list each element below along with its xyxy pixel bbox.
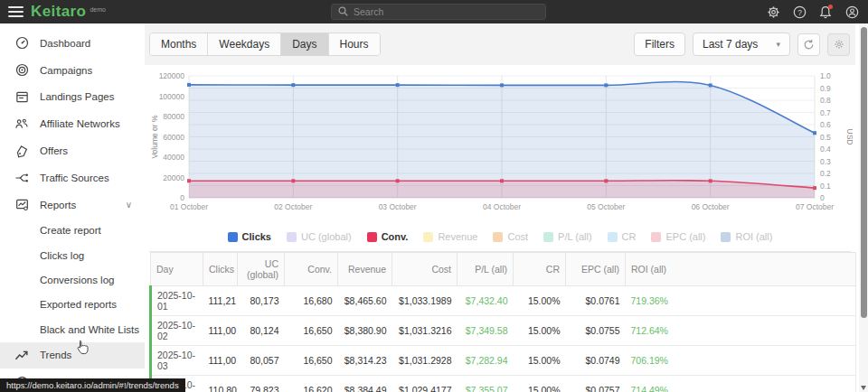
refresh-button[interactable] xyxy=(797,33,820,56)
sidebar-item-trends[interactable]: Trends xyxy=(0,342,145,369)
legend-item-conv-[interactable]: Conv. xyxy=(367,231,409,242)
table-header-row: DayClicksUC (global)Conv.RevenueCostP/L … xyxy=(151,253,856,286)
legend-item-roi-all-[interactable]: ROI (all) xyxy=(721,231,772,242)
legend-swatch xyxy=(493,232,503,242)
cell-conv-: 16,650 xyxy=(285,316,338,346)
sidebar-item-label: Campaigns xyxy=(40,65,92,76)
scrollbar-thumb[interactable] xyxy=(861,27,867,318)
sidebar-subitem-clicks-log[interactable]: Clicks log xyxy=(0,243,145,267)
search-box[interactable] xyxy=(331,4,546,20)
status-url: https://demo.keitaro.io/admin/#!/trends/… xyxy=(6,380,179,390)
sidebar-item-label: Trends xyxy=(40,350,71,360)
cell-p-l-all-: $7,282.94 xyxy=(458,346,514,376)
tab-hours[interactable]: Hours xyxy=(329,33,380,55)
trends-table: DayClicksUC (global)Conv.RevenueCostP/L … xyxy=(149,251,851,392)
cell-conv-: 16,650 xyxy=(285,346,338,376)
column-header-clicks[interactable]: Clicks xyxy=(203,253,238,286)
sidebar-subitem-exported-reports[interactable]: Exported reports xyxy=(0,293,145,317)
table-row[interactable]: 2025-10-04110,8079,82316,620$8,384.49$1,… xyxy=(151,376,856,392)
cell-cost: $1,031.3216 xyxy=(392,316,458,346)
cell-cost: $1,031.2928 xyxy=(392,346,458,376)
date-range-select[interactable]: Last 7 days ▾ xyxy=(693,33,790,56)
svg-text:80000: 80000 xyxy=(163,112,184,121)
legend-item-uc-global-[interactable]: UC (global) xyxy=(287,231,352,242)
sidebar-item-traffic-sources[interactable]: Traffic Sources xyxy=(0,164,145,191)
cell-clicks: 111,00 xyxy=(203,346,238,376)
svg-text:120000: 120000 xyxy=(159,71,185,80)
legend-item-clicks[interactable]: Clicks xyxy=(228,231,271,242)
svg-text:60000: 60000 xyxy=(163,133,184,142)
sidebar-subitem-black-and-white-lists[interactable]: Black and White Lists xyxy=(0,317,145,341)
cell-epc-all-: $0.0755 xyxy=(566,316,626,346)
cell-uc-global-: 80,173 xyxy=(238,286,285,316)
chart-legend: ClicksUC (global)Conv.RevenueCostP/L (al… xyxy=(145,226,855,249)
legend-item-cost[interactable]: Cost xyxy=(493,231,528,242)
reports-icon xyxy=(14,198,29,212)
affiliate-icon xyxy=(14,117,29,131)
sidebar: DashboardCampaignsLandings PagesAffiliat… xyxy=(0,23,145,392)
table-row[interactable]: 2025-10-01111,2180,17316,680$8,465.60$1,… xyxy=(151,286,856,316)
cell-clicks: 110,80 xyxy=(203,376,238,392)
topbar: Keitaro demo ? xyxy=(0,0,868,23)
legend-item-cr[interactable]: CR xyxy=(608,231,637,242)
table-row[interactable]: 2025-10-02111,0080,12416,650$8,380.90$1,… xyxy=(151,316,856,346)
help-icon[interactable]: ? xyxy=(792,5,807,19)
period-tabs: MonthsWeekdaysDaysHours xyxy=(149,33,381,56)
column-header-uc-global-[interactable]: UC (global) xyxy=(238,253,285,286)
settings-icon[interactable] xyxy=(766,5,780,19)
sidebar-item-dashboard[interactable]: Dashboard xyxy=(0,30,145,57)
filters-button[interactable]: Filters xyxy=(634,33,685,56)
sidebar-item-offers[interactable]: Offers xyxy=(0,137,145,164)
sidebar-item-affiliate-networks[interactable]: Affiliate Networks xyxy=(0,110,145,137)
tab-months[interactable]: Months xyxy=(150,33,208,55)
column-header-revenue[interactable]: Revenue xyxy=(338,253,392,286)
tab-weekdays[interactable]: Weekdays xyxy=(208,33,281,55)
sidebar-item-label: Dashboard xyxy=(40,38,90,49)
column-header-cost[interactable]: Cost xyxy=(392,253,458,286)
sidebar-item-campaigns[interactable]: Campaigns xyxy=(0,57,145,84)
legend-swatch xyxy=(608,232,618,242)
scrollbar-down-arrow[interactable] xyxy=(861,386,866,390)
cell-uc-global-: 80,124 xyxy=(238,316,285,346)
column-header-epc-all-[interactable]: EPC (all) xyxy=(566,253,626,286)
svg-text:0.5: 0.5 xyxy=(820,133,831,142)
svg-text:0.1: 0.1 xyxy=(820,182,831,191)
cell-p-l-all-: $7,355.07 xyxy=(458,376,514,392)
menu-icon[interactable] xyxy=(0,0,27,23)
legend-item-epc-all-[interactable]: EPC (all) xyxy=(651,231,705,242)
svg-text:?: ? xyxy=(797,7,802,16)
cell-day: 2025-10-02 xyxy=(151,316,203,346)
legend-item-p-l-all-[interactable]: P/L (all) xyxy=(543,231,592,242)
status-url-tooltip: https://demo.keitaro.io/admin/#!/trends/… xyxy=(0,378,185,392)
cell-day: 2025-10-01 xyxy=(151,286,203,316)
search-icon xyxy=(338,4,354,20)
legend-label: ROI (all) xyxy=(735,231,772,242)
notification-badge xyxy=(828,5,833,9)
trends-chart: 01 October02 October03 October04 October… xyxy=(145,65,855,226)
trends-icon xyxy=(14,348,29,362)
svg-text:05 October: 05 October xyxy=(587,202,625,211)
column-header-conv-[interactable]: Conv. xyxy=(285,253,338,286)
legend-label: UC (global) xyxy=(301,231,352,242)
notifications-icon[interactable] xyxy=(818,5,833,19)
legend-label: P/L (all) xyxy=(558,231,592,242)
chart-settings-button[interactable] xyxy=(827,33,850,56)
column-header-cr[interactable]: CR xyxy=(514,253,566,286)
sidebar-subitem-conversions-log[interactable]: Conversions log xyxy=(0,267,145,292)
search-input[interactable] xyxy=(354,6,539,17)
sidebar-subitem-create-report[interactable]: Create report xyxy=(0,219,145,243)
table-row[interactable]: 2025-10-03111,0080,05716,650$8,314.23$1,… xyxy=(151,346,856,376)
column-header-roi-all-[interactable]: ROI (all) xyxy=(626,253,856,286)
cell-epc-all-: $0.0757 xyxy=(566,376,626,392)
cell-cr: 15.00% xyxy=(514,316,566,346)
cell-cost: $1,033.1989 xyxy=(392,286,458,316)
legend-item-revenue[interactable]: Revenue xyxy=(423,231,477,242)
cell-cr: 15.00% xyxy=(514,346,566,376)
column-header-day[interactable]: Day xyxy=(151,253,203,286)
tab-days[interactable]: Days xyxy=(281,33,328,55)
legend-label: Revenue xyxy=(438,231,477,242)
sidebar-item-landings-pages[interactable]: Landings Pages xyxy=(0,84,145,111)
sidebar-item-reports[interactable]: Reports∨ xyxy=(0,191,145,219)
account-icon[interactable] xyxy=(844,5,859,19)
column-header-p-l-all-[interactable]: P/L (all) xyxy=(458,253,514,286)
